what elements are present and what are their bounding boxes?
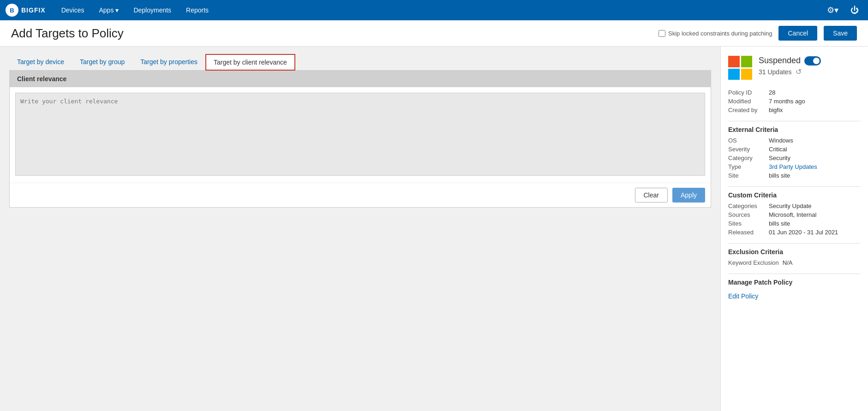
keyword-excl-value: N/A — [783, 259, 793, 266]
header-right: Skip locked constraints during patching … — [658, 26, 857, 41]
sidebar-top: Suspended 31 Updates ↺ — [728, 56, 861, 80]
type-row: Type 3rd Party Updates — [728, 163, 861, 170]
os-row: OS Windows — [728, 137, 861, 144]
skip-label[interactable]: Skip locked constraints during patching — [658, 30, 772, 37]
released-value: 01 Jun 2020 - 31 Jul 2021 — [769, 229, 838, 236]
top-navigation: B BIGFIX Devices Apps ▾ Deployments Repo… — [0, 0, 868, 20]
main-layout: Target by device Target by group Target … — [0, 47, 868, 411]
skip-text: Skip locked constraints during patching — [668, 30, 772, 37]
sources-row: Sources Microsoft, Internal — [728, 211, 861, 218]
nav-item-reports[interactable]: Reports — [180, 3, 215, 18]
page-header: Add Targets to Policy Skip locked constr… — [0, 20, 868, 47]
refresh-icon[interactable]: ↺ — [796, 67, 802, 76]
os-value: Windows — [769, 137, 793, 144]
brand-name: BIGFIX — [21, 6, 46, 14]
right-sidebar: Suspended 31 Updates ↺ Policy ID 28 Modi… — [720, 47, 868, 411]
categories-key: Categories — [728, 203, 765, 209]
cancel-button[interactable]: Cancel — [778, 26, 817, 41]
site-key: Site — [728, 172, 765, 179]
settings-icon[interactable]: ⚙▾ — [823, 3, 842, 17]
external-criteria-title: External Criteria — [728, 121, 861, 133]
sites-key: Sites — [728, 220, 765, 227]
panel-header: Client relevance — [10, 71, 711, 87]
severity-key: Severity — [728, 146, 765, 153]
severity-value: Critical — [769, 146, 787, 153]
suspended-row: Suspended — [759, 56, 821, 66]
created-by-key: Created by — [728, 107, 765, 113]
sources-key: Sources — [728, 211, 765, 218]
category-row: Category Security — [728, 155, 861, 161]
policy-id-row: Policy ID 28 — [728, 89, 861, 96]
page-title: Add Targets to Policy — [11, 26, 124, 41]
relevance-textarea[interactable] — [15, 93, 705, 176]
logo-area: B BIGFIX — [6, 4, 46, 17]
suspended-toggle[interactable] — [804, 56, 821, 66]
skip-checkbox[interactable] — [658, 30, 665, 37]
win-tile-yellow — [741, 69, 753, 80]
sites-row: Sites bills site — [728, 220, 861, 227]
keyword-excl-key: Keyword Exclusion — [728, 259, 779, 266]
save-button[interactable]: Save — [824, 26, 857, 41]
edit-policy-link[interactable]: Edit Policy — [728, 292, 758, 300]
custom-criteria-title: Custom Criteria — [728, 186, 861, 199]
severity-row: Severity Critical — [728, 146, 861, 153]
tabs-bar: Target by device Target by group Target … — [9, 54, 711, 70]
content-area: Target by device Target by group Target … — [0, 47, 720, 411]
win-tile-blue — [728, 69, 740, 80]
created-by-value: bigfix — [769, 107, 783, 113]
suspended-block: Suspended 31 Updates ↺ — [759, 56, 821, 76]
exclusion-criteria-title: Exclusion Criteria — [728, 243, 861, 256]
win-tile-red — [728, 56, 740, 67]
nav-item-deployments[interactable]: Deployments — [127, 3, 178, 18]
tab-target-by-device[interactable]: Target by device — [9, 54, 72, 71]
windows-logo-icon — [728, 56, 752, 80]
toggle-knob — [813, 58, 820, 64]
released-key: Released — [728, 229, 765, 236]
sources-value: Microsoft, Internal — [769, 211, 816, 218]
nav-items: Devices Apps ▾ Deployments Reports — [55, 3, 823, 18]
updates-count: 31 Updates — [759, 68, 792, 76]
site-row: Site bills site — [728, 172, 861, 179]
modified-key: Modified — [728, 98, 765, 105]
categories-value: Security Update — [769, 203, 812, 209]
os-key: OS — [728, 137, 765, 144]
nav-item-apps[interactable]: Apps ▾ — [92, 3, 125, 18]
type-value[interactable]: 3rd Party Updates — [769, 163, 817, 170]
tab-target-by-group[interactable]: Target by group — [72, 54, 132, 71]
modified-value: 7 months ago — [769, 98, 805, 105]
created-by-row: Created by bigfix — [728, 107, 861, 113]
clear-button[interactable]: Clear — [635, 188, 668, 203]
categories-row: Categories Security Update — [728, 203, 861, 209]
updates-row: 31 Updates ↺ — [759, 67, 821, 76]
category-key: Category — [728, 155, 765, 161]
logo-circle: B — [6, 4, 18, 17]
manage-patch-title: Manage Patch Policy — [728, 274, 861, 286]
power-icon[interactable]: ⏻ — [847, 4, 862, 17]
modified-row: Modified 7 months ago — [728, 98, 861, 105]
nav-right: ⚙▾ ⏻ — [823, 3, 862, 17]
client-relevance-panel: Client relevance Clear Apply — [9, 70, 711, 208]
released-row: Released 01 Jun 2020 - 31 Jul 2021 — [728, 229, 861, 236]
meta-block: Policy ID 28 Modified 7 months ago Creat… — [728, 89, 861, 113]
category-value: Security — [769, 155, 790, 161]
policy-id-value: 28 — [769, 89, 775, 96]
site-value: bills site — [769, 172, 790, 179]
tab-target-by-client-relevance[interactable]: Target by client relevance — [205, 54, 295, 71]
panel-body — [10, 87, 711, 183]
nav-item-devices[interactable]: Devices — [55, 3, 91, 18]
suspended-label: Suspended — [759, 56, 801, 66]
keyword-excl-row: Keyword Exclusion N/A — [728, 259, 861, 266]
logo-letter: B — [10, 7, 14, 14]
panel-footer: Clear Apply — [10, 183, 711, 207]
chevron-down-icon: ▾ — [115, 6, 119, 14]
type-key: Type — [728, 163, 765, 170]
apply-button[interactable]: Apply — [672, 188, 705, 203]
sites-value: bills site — [769, 220, 790, 227]
win-tile-green — [741, 56, 753, 67]
policy-id-key: Policy ID — [728, 89, 765, 96]
tab-target-by-properties[interactable]: Target by properties — [132, 54, 205, 71]
